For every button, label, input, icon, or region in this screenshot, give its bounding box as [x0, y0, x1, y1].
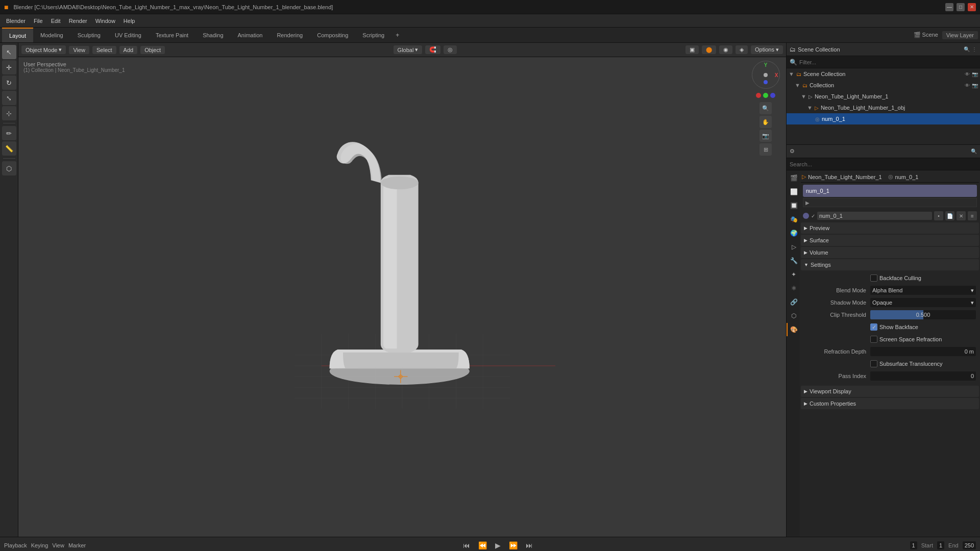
- prop-tab-scene[interactable]: 🎭: [787, 213, 800, 226]
- tab-compositing[interactable]: Compositing: [310, 28, 355, 42]
- material-unlink-btn[interactable]: ✕: [957, 211, 966, 220]
- prop-tab-output[interactable]: ⬜: [787, 185, 800, 198]
- prop-tab-data[interactable]: ⬡: [787, 309, 800, 322]
- viewport-shading-render[interactable]: ◈: [736, 45, 748, 54]
- viewport-shading-solid[interactable]: ⬤: [702, 45, 716, 54]
- transform-global[interactable]: Global ▾: [394, 45, 423, 54]
- add-workspace-button[interactable]: +: [391, 30, 403, 41]
- close-button[interactable]: ✕: [968, 3, 976, 11]
- material-browse-btn[interactable]: •: [934, 211, 943, 220]
- prop-tab-material[interactable]: 🎨: [787, 323, 800, 336]
- current-frame-input[interactable]: 1: [910, 541, 917, 549]
- tool-cursor[interactable]: ↖: [2, 45, 16, 59]
- outliner-filter-icon[interactable]: 🔍: [964, 46, 970, 52]
- prop-tab-object[interactable]: ▷: [787, 240, 800, 254]
- outliner-row-neon-tube[interactable]: ▼ ▷ Neon_Tube_Light_Number_1: [787, 91, 980, 102]
- select-menu[interactable]: Select: [92, 46, 116, 54]
- menu-window[interactable]: Window: [91, 17, 119, 25]
- view-menu[interactable]: View: [69, 46, 89, 54]
- prop-tab-physics[interactable]: ⚛: [787, 282, 800, 295]
- volume-section-header[interactable]: ▶ Volume: [801, 247, 979, 258]
- prop-tab-view-layer[interactable]: 🔲: [787, 199, 800, 212]
- material-name-input[interactable]: num_0_1: [817, 212, 932, 220]
- tab-modeling[interactable]: Modeling: [33, 28, 70, 42]
- prop-tab-render[interactable]: 🎬: [787, 171, 800, 185]
- object-menu[interactable]: Object: [140, 46, 165, 54]
- viewport-shading-material[interactable]: ◉: [719, 45, 732, 54]
- minimize-button[interactable]: —: [945, 3, 953, 11]
- preview-section-header[interactable]: ▶ Preview: [801, 222, 979, 234]
- material-settings-btn[interactable]: ≡: [968, 211, 977, 220]
- jump-end-button[interactable]: ⏭: [524, 540, 535, 550]
- tab-uv-editing[interactable]: UV Editing: [108, 28, 149, 42]
- viewport-shading-wire[interactable]: ▣: [685, 45, 699, 54]
- snap-button[interactable]: 🧲: [425, 45, 440, 54]
- tool-annotate[interactable]: ✏: [2, 126, 16, 140]
- prev-frame-button[interactable]: ⏪: [476, 540, 489, 550]
- tool-transform[interactable]: ⊹: [2, 106, 16, 120]
- prop-tab-world[interactable]: 🌍: [787, 227, 800, 240]
- add-menu[interactable]: Add: [119, 46, 138, 54]
- tool-scale[interactable]: ⤡: [2, 91, 16, 105]
- shadow-mode-dropdown[interactable]: Opaque ▾: [870, 298, 976, 307]
- play-button[interactable]: ▶: [493, 540, 503, 550]
- menu-render[interactable]: Render: [65, 17, 91, 25]
- tab-rendering[interactable]: Rendering: [270, 28, 310, 42]
- menu-help[interactable]: Help: [119, 17, 139, 25]
- tool-rotate[interactable]: ↻: [2, 76, 16, 90]
- show-backface-checkbox[interactable]: ✓ Show Backface: [870, 323, 976, 331]
- clip-threshold-slider[interactable]: 0.500: [870, 310, 976, 319]
- prop-tab-modifiers[interactable]: 🔧: [787, 254, 800, 267]
- pan-gizmo-button[interactable]: ✋: [760, 116, 772, 128]
- custom-properties-header[interactable]: ▶ Custom Properties: [801, 398, 979, 409]
- prop-tab-particles[interactable]: ✦: [787, 268, 800, 281]
- settings-section-header[interactable]: ▼ Settings: [801, 259, 979, 270]
- end-frame-input[interactable]: 250: [963, 541, 976, 549]
- outliner-row-scene-collection[interactable]: ▼ 🗂 Scene Collection 👁 📷: [787, 68, 980, 80]
- menu-blender[interactable]: Blender: [2, 17, 30, 25]
- tool-measure[interactable]: 📏: [2, 141, 16, 156]
- tab-shading[interactable]: Shading: [195, 28, 230, 42]
- prop-search-icon[interactable]: 🔍: [971, 148, 977, 154]
- pass-index-input[interactable]: 0: [870, 371, 976, 381]
- outliner-row-collection[interactable]: ▼ 🗂 Collection 👁 📷: [787, 80, 980, 91]
- outliner-options-icon[interactable]: ⋮: [972, 46, 977, 52]
- marker-menu[interactable]: Marker: [68, 542, 86, 548]
- next-frame-button[interactable]: ⏩: [507, 540, 520, 550]
- outliner-row-neon-obj[interactable]: ▼ ▷ Neon_Tube_Light_Number_1_obj: [787, 102, 980, 113]
- object-mode-dropdown[interactable]: Object Mode ▾: [21, 45, 66, 54]
- refraction-depth-input[interactable]: 0 m: [870, 347, 976, 356]
- material-toggle[interactable]: ✓: [811, 213, 815, 219]
- screen-space-refraction-checkbox[interactable]: Screen Space Refraction: [870, 336, 976, 343]
- jump-start-button[interactable]: ⏮: [461, 540, 472, 550]
- surface-section-header[interactable]: ▶ Surface: [801, 235, 979, 246]
- maximize-button[interactable]: □: [957, 3, 965, 11]
- tab-sculpting[interactable]: Sculpting: [70, 28, 108, 42]
- tool-move[interactable]: ✛: [2, 60, 16, 74]
- grid-gizmo-button[interactable]: ⊞: [760, 143, 772, 156]
- navigation-gizmo[interactable]: X Y: [752, 61, 780, 89]
- outliner-row-num01[interactable]: ◎ num_0_1: [787, 113, 980, 124]
- proportional-edit[interactable]: ◎: [444, 45, 457, 54]
- viewport[interactable]: Object Mode ▾ View Select Add Object Glo…: [18, 43, 786, 537]
- tab-layout[interactable]: Layout: [2, 28, 33, 42]
- start-frame-input[interactable]: 1: [937, 541, 944, 549]
- tab-texture-paint[interactable]: Texture Paint: [149, 28, 195, 42]
- outliner-search-input[interactable]: [799, 59, 977, 65]
- outliner-search[interactable]: 🔍: [787, 56, 980, 68]
- playback-menu[interactable]: Playback: [4, 542, 27, 548]
- viewport-display-header[interactable]: ▶ Viewport Display: [801, 386, 979, 397]
- prop-tab-constraints[interactable]: 🔗: [787, 295, 800, 309]
- tab-scripting[interactable]: Scripting: [355, 28, 391, 42]
- backface-culling-checkbox[interactable]: Backface Culling: [870, 274, 976, 282]
- tab-animation[interactable]: Animation: [231, 28, 270, 42]
- menu-edit[interactable]: Edit: [47, 17, 65, 25]
- keying-menu[interactable]: Keying: [31, 542, 48, 548]
- subsurface-translucency-checkbox[interactable]: Subsurface Translucency: [870, 360, 976, 367]
- camera-gizmo-button[interactable]: 📷: [760, 130, 772, 142]
- menu-file[interactable]: File: [30, 17, 47, 25]
- material-new-btn[interactable]: 📄: [945, 211, 954, 220]
- view-menu-timeline[interactable]: View: [52, 542, 64, 548]
- blend-mode-dropdown[interactable]: Alpha Blend ▾: [870, 286, 976, 295]
- properties-search-input[interactable]: [790, 161, 977, 167]
